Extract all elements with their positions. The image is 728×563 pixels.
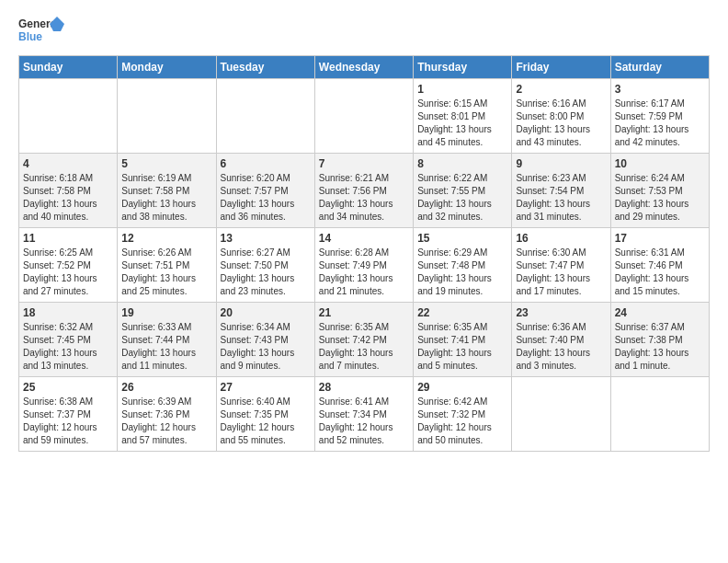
day-number: 11: [23, 232, 113, 245]
calendar-cell: [19, 79, 118, 154]
day-info: Sunrise: 6:24 AMSunset: 7:53 PMDaylight:…: [615, 172, 705, 224]
day-info: Sunrise: 6:34 AMSunset: 7:43 PMDaylight:…: [221, 321, 311, 373]
calendar-cell: 24Sunrise: 6:37 AMSunset: 7:38 PMDayligh…: [610, 303, 709, 377]
day-info: Sunrise: 6:25 AMSunset: 7:52 PMDaylight:…: [23, 247, 113, 298]
week-row-1: 4Sunrise: 6:18 AMSunset: 7:58 PMDaylight…: [19, 154, 710, 228]
day-info: Sunrise: 6:29 AMSunset: 7:48 PMDaylight:…: [417, 247, 507, 298]
calendar-cell: 23Sunrise: 6:36 AMSunset: 7:40 PMDayligh…: [512, 303, 610, 377]
day-number: 18: [23, 306, 113, 319]
calendar-cell: [512, 377, 610, 452]
calendar-cell: 21Sunrise: 6:35 AMSunset: 7:42 PMDayligh…: [314, 303, 413, 377]
day-number: 22: [417, 306, 507, 319]
day-number: 27: [221, 381, 311, 394]
calendar-cell: 1Sunrise: 6:15 AMSunset: 8:01 PMDaylight…: [414, 79, 512, 154]
day-number: 28: [319, 381, 409, 394]
day-number: 26: [121, 381, 211, 394]
day-number: 16: [516, 232, 606, 245]
day-number: 5: [121, 157, 211, 170]
calendar-cell: 20Sunrise: 6:34 AMSunset: 7:43 PMDayligh…: [216, 303, 314, 377]
day-number: 21: [319, 306, 409, 319]
logo: General Blue: [18, 15, 64, 48]
calendar-cell: 4Sunrise: 6:18 AMSunset: 7:58 PMDaylight…: [19, 154, 118, 228]
calendar-cell: 7Sunrise: 6:21 AMSunset: 7:56 PMDaylight…: [314, 154, 413, 228]
day-number: 25: [23, 381, 113, 394]
week-row-2: 11Sunrise: 6:25 AMSunset: 7:52 PMDayligh…: [19, 228, 710, 303]
calendar-cell: 6Sunrise: 6:20 AMSunset: 7:57 PMDaylight…: [216, 154, 314, 228]
calendar-cell: 19Sunrise: 6:33 AMSunset: 7:44 PMDayligh…: [118, 303, 216, 377]
day-info: Sunrise: 6:26 AMSunset: 7:51 PMDaylight:…: [121, 247, 211, 298]
day-number: 1: [417, 83, 507, 96]
day-number: 23: [516, 306, 606, 319]
day-info: Sunrise: 6:36 AMSunset: 7:40 PMDaylight:…: [516, 321, 606, 373]
day-info: Sunrise: 6:16 AMSunset: 8:00 PMDaylight:…: [516, 98, 606, 149]
calendar-cell: 9Sunrise: 6:23 AMSunset: 7:54 PMDaylight…: [512, 154, 610, 228]
calendar-cell: 28Sunrise: 6:41 AMSunset: 7:34 PMDayligh…: [314, 377, 413, 452]
header-thursday: Thursday: [414, 56, 512, 79]
day-info: Sunrise: 6:35 AMSunset: 7:42 PMDaylight:…: [319, 321, 409, 373]
calendar-table: SundayMondayTuesdayWednesdayThursdayFrid…: [18, 55, 710, 452]
calendar-cell: 11Sunrise: 6:25 AMSunset: 7:52 PMDayligh…: [19, 228, 118, 303]
day-number: 29: [417, 381, 507, 394]
day-info: Sunrise: 6:40 AMSunset: 7:35 PMDaylight:…: [221, 396, 311, 447]
header-wednesday: Wednesday: [314, 56, 413, 79]
day-number: 12: [121, 232, 211, 245]
day-info: Sunrise: 6:31 AMSunset: 7:46 PMDaylight:…: [615, 247, 705, 298]
day-info: Sunrise: 6:41 AMSunset: 7:34 PMDaylight:…: [319, 396, 409, 447]
header: General Blue: [18, 15, 710, 48]
day-info: Sunrise: 6:27 AMSunset: 7:50 PMDaylight:…: [221, 247, 311, 298]
calendar-cell: 10Sunrise: 6:24 AMSunset: 7:53 PMDayligh…: [610, 154, 709, 228]
day-number: 3: [615, 83, 705, 96]
day-info: Sunrise: 6:17 AMSunset: 7:59 PMDaylight:…: [615, 98, 705, 149]
header-saturday: Saturday: [610, 56, 709, 79]
day-info: Sunrise: 6:18 AMSunset: 7:58 PMDaylight:…: [23, 172, 113, 224]
week-row-0: 1Sunrise: 6:15 AMSunset: 8:01 PMDaylight…: [19, 79, 710, 154]
calendar-cell: 8Sunrise: 6:22 AMSunset: 7:55 PMDaylight…: [414, 154, 512, 228]
day-number: 15: [417, 232, 507, 245]
header-sunday: Sunday: [19, 56, 118, 79]
day-info: Sunrise: 6:38 AMSunset: 7:37 PMDaylight:…: [23, 396, 113, 447]
day-number: 17: [615, 232, 705, 245]
day-number: 24: [615, 306, 705, 319]
calendar-cell: 13Sunrise: 6:27 AMSunset: 7:50 PMDayligh…: [216, 228, 314, 303]
day-number: 9: [516, 157, 606, 170]
day-info: Sunrise: 6:39 AMSunset: 7:36 PMDaylight:…: [121, 396, 211, 447]
day-info: Sunrise: 6:33 AMSunset: 7:44 PMDaylight:…: [121, 321, 211, 373]
calendar-cell: 27Sunrise: 6:40 AMSunset: 7:35 PMDayligh…: [216, 377, 314, 452]
day-info: Sunrise: 6:42 AMSunset: 7:32 PMDaylight:…: [417, 396, 507, 447]
calendar-cell: 5Sunrise: 6:19 AMSunset: 7:58 PMDaylight…: [118, 154, 216, 228]
day-info: Sunrise: 6:37 AMSunset: 7:38 PMDaylight:…: [615, 321, 705, 373]
week-row-3: 18Sunrise: 6:32 AMSunset: 7:45 PMDayligh…: [19, 303, 710, 377]
calendar-cell: [610, 377, 709, 452]
header-friday: Friday: [512, 56, 610, 79]
day-number: 2: [516, 83, 606, 96]
calendar-cell: [118, 79, 216, 154]
day-number: 19: [121, 306, 211, 319]
day-number: 14: [319, 232, 409, 245]
calendar-cell: [314, 79, 413, 154]
day-info: Sunrise: 6:20 AMSunset: 7:57 PMDaylight:…: [221, 172, 311, 224]
calendar-cell: 16Sunrise: 6:30 AMSunset: 7:47 PMDayligh…: [512, 228, 610, 303]
header-tuesday: Tuesday: [216, 56, 314, 79]
day-info: Sunrise: 6:23 AMSunset: 7:54 PMDaylight:…: [516, 172, 606, 224]
calendar-cell: [216, 79, 314, 154]
day-info: Sunrise: 6:15 AMSunset: 8:01 PMDaylight:…: [417, 98, 507, 149]
calendar-cell: 12Sunrise: 6:26 AMSunset: 7:51 PMDayligh…: [118, 228, 216, 303]
calendar-cell: 15Sunrise: 6:29 AMSunset: 7:48 PMDayligh…: [414, 228, 512, 303]
day-number: 10: [615, 157, 705, 170]
calendar-cell: 14Sunrise: 6:28 AMSunset: 7:49 PMDayligh…: [314, 228, 413, 303]
day-number: 13: [221, 232, 311, 245]
calendar-header-row: SundayMondayTuesdayWednesdayThursdayFrid…: [19, 56, 710, 79]
day-number: 20: [221, 306, 311, 319]
calendar-cell: 25Sunrise: 6:38 AMSunset: 7:37 PMDayligh…: [19, 377, 118, 452]
week-row-4: 25Sunrise: 6:38 AMSunset: 7:37 PMDayligh…: [19, 377, 710, 452]
day-number: 6: [221, 157, 311, 170]
calendar-body: 1Sunrise: 6:15 AMSunset: 8:01 PMDaylight…: [19, 79, 710, 452]
day-info: Sunrise: 6:35 AMSunset: 7:41 PMDaylight:…: [417, 321, 507, 373]
calendar-cell: 17Sunrise: 6:31 AMSunset: 7:46 PMDayligh…: [610, 228, 709, 303]
day-info: Sunrise: 6:32 AMSunset: 7:45 PMDaylight:…: [23, 321, 113, 373]
calendar-cell: 18Sunrise: 6:32 AMSunset: 7:45 PMDayligh…: [19, 303, 118, 377]
calendar-cell: 3Sunrise: 6:17 AMSunset: 7:59 PMDaylight…: [610, 79, 709, 154]
day-number: 8: [417, 157, 507, 170]
calendar-cell: 29Sunrise: 6:42 AMSunset: 7:32 PMDayligh…: [414, 377, 512, 452]
logo-svg: General Blue: [18, 15, 64, 48]
